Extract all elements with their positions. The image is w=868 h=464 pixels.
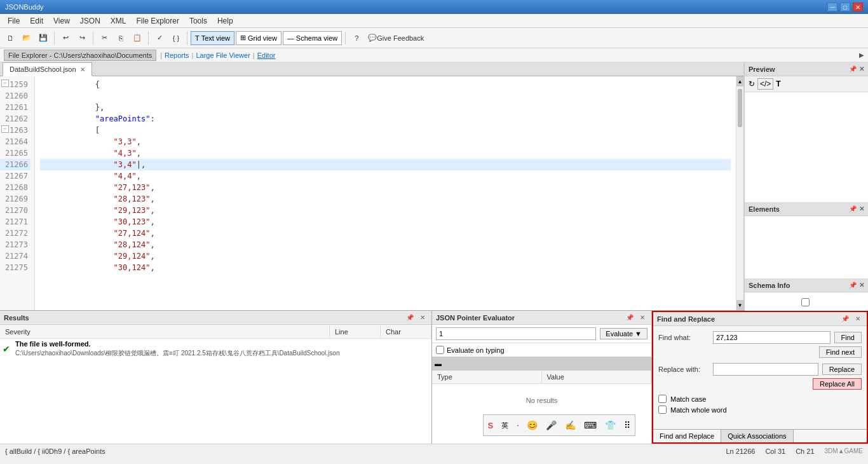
menu-help[interactable]: Help bbox=[212, 15, 238, 27]
fr-find-next-row: Find next bbox=[658, 346, 862, 358]
tb-sep1 bbox=[54, 32, 55, 44]
tb-redo[interactable]: ↪ bbox=[74, 31, 90, 46]
menu-json[interactable]: JSON bbox=[75, 15, 105, 27]
tb-paste[interactable]: 📋 bbox=[130, 31, 145, 46]
elements-close-icon[interactable]: ✕ bbox=[859, 205, 864, 212]
tb-format[interactable]: { } bbox=[168, 31, 184, 46]
tb-open[interactable]: 📂 bbox=[19, 31, 34, 46]
tb-help[interactable]: ? bbox=[349, 31, 364, 46]
fr-replace-input[interactable] bbox=[713, 363, 818, 376]
scroll-thumb[interactable] bbox=[738, 89, 742, 127]
schema-pin-icon[interactable]: 📌 bbox=[849, 282, 857, 289]
jpe-eval-typing-checkbox[interactable] bbox=[436, 346, 444, 354]
fr-match-case-checkbox[interactable] bbox=[658, 395, 667, 403]
menu-tools[interactable]: Tools bbox=[184, 15, 212, 27]
fr-find-input[interactable] bbox=[713, 331, 831, 344]
close-btn[interactable]: ✕ bbox=[853, 3, 863, 11]
menu-file-explorer[interactable]: File Explorer bbox=[132, 15, 184, 27]
ime-shirt-icon[interactable]: 👕 bbox=[605, 420, 616, 430]
editor-scrollbar[interactable]: ▲ ▼ bbox=[736, 76, 743, 310]
results-title-bar: Results 📌 ✕ bbox=[0, 311, 431, 325]
tb-sep5 bbox=[345, 32, 346, 44]
minimize-btn[interactable]: ─ bbox=[827, 3, 837, 11]
preview-refresh-icon[interactable]: ↻ bbox=[749, 79, 755, 88]
results-close-icon[interactable]: ✕ bbox=[417, 313, 428, 323]
fr-pin-icon[interactable]: 📌 bbox=[840, 314, 850, 324]
fr-replace-btn[interactable]: Replace bbox=[822, 364, 862, 375]
schema-close-icon[interactable]: ✕ bbox=[859, 282, 864, 289]
editor-link[interactable]: Editor bbox=[257, 51, 276, 59]
ime-cn-icon[interactable]: 英 bbox=[501, 421, 508, 430]
fr-match-whole-checkbox[interactable] bbox=[658, 406, 667, 414]
tb-validate[interactable]: ✓ bbox=[152, 31, 167, 46]
result-check-icon: ✔ bbox=[3, 344, 15, 354]
ime-mic-icon[interactable]: 🎤 bbox=[546, 420, 557, 430]
results-controls: 📌 ✕ bbox=[405, 313, 428, 323]
preview-panel: Preview 📌 ✕ ↻ </> T bbox=[745, 62, 868, 202]
fr-title: Find and Replace bbox=[657, 315, 715, 323]
jpe-check-row: Evaluate on typing bbox=[436, 346, 648, 354]
preview-close-icon[interactable]: ✕ bbox=[859, 65, 864, 72]
preview-text-icon[interactable]: T bbox=[776, 79, 780, 88]
results-table: Severity Line Char ✔ The file is well-fo… bbox=[0, 325, 431, 444]
fr-match-whole-label: Match whole word bbox=[670, 406, 727, 414]
text-view-btn[interactable]: T Text view bbox=[191, 31, 234, 45]
ime-hand-icon[interactable]: ✍ bbox=[565, 420, 576, 430]
preview-pin-icon[interactable]: 📌 bbox=[849, 65, 857, 72]
line-21265: 21265 bbox=[0, 147, 31, 159]
elements-pin-icon[interactable]: 📌 bbox=[849, 205, 857, 212]
fr-tab-quick-assoc[interactable]: Quick Associations bbox=[721, 430, 793, 442]
editor-content: − 21259 21260 21261 21262 − 21263 21264 … bbox=[0, 76, 743, 310]
nav-right-icon[interactable]: ▶ bbox=[859, 51, 864, 58]
scroll-up[interactable]: ▲ bbox=[736, 76, 743, 86]
ime-dot-icon[interactable]: · bbox=[517, 421, 519, 430]
ime-s-icon[interactable]: S bbox=[487, 421, 493, 430]
schema-checkbox[interactable] bbox=[801, 298, 810, 306]
code-line-21260 bbox=[40, 90, 731, 102]
fr-tab-find-replace[interactable]: Find and Replace bbox=[653, 430, 721, 442]
editor-text[interactable]: { }, "areaPoints": [ "3,3", "4,3", "3,4"… bbox=[35, 76, 736, 310]
ime-emoji-icon[interactable]: 😊 bbox=[527, 420, 538, 430]
collapse-21259[interactable]: − bbox=[1, 79, 9, 87]
reports-link[interactable]: Reports bbox=[165, 51, 189, 59]
maximize-btn[interactable]: □ bbox=[840, 3, 850, 11]
schema-content bbox=[745, 292, 868, 311]
fr-find-next-btn[interactable]: Find next bbox=[819, 346, 862, 358]
menu-edit[interactable]: Edit bbox=[25, 15, 48, 27]
preview-code-icon[interactable]: </> bbox=[757, 78, 773, 90]
jpe-input[interactable] bbox=[436, 327, 596, 340]
schema-header-icons: 📌 ✕ bbox=[849, 282, 864, 289]
menu-file[interactable]: File bbox=[3, 15, 25, 27]
large-file-viewer-link[interactable]: Large File Viewer bbox=[196, 51, 250, 59]
fr-close-icon[interactable]: ✕ bbox=[853, 314, 863, 324]
collapse-21263[interactable]: − bbox=[1, 125, 9, 133]
file-explorer-tab[interactable]: File Explorer - C:\Users\zhaoxihao\Docum… bbox=[4, 50, 156, 61]
status-ln: Ln 21266 bbox=[726, 447, 755, 455]
menu-xml[interactable]: XML bbox=[105, 15, 132, 27]
jpe-pin-icon[interactable]: 📌 bbox=[625, 313, 635, 323]
tb-cut[interactable]: ✂ bbox=[97, 31, 112, 46]
find-replace-panel: Find and Replace 📌 ✕ Find what: Find Fin… bbox=[652, 311, 868, 444]
jpe-close-icon[interactable]: ✕ bbox=[637, 313, 648, 323]
tb-undo[interactable]: ↩ bbox=[58, 31, 73, 46]
fr-replace-all-btn[interactable]: Replace All bbox=[813, 378, 862, 390]
tb-copy[interactable]: ⎘ bbox=[113, 31, 128, 46]
tab-close-btn[interactable]: ✕ bbox=[80, 66, 85, 73]
tb-feedback[interactable]: 💬 Give Feedback bbox=[365, 31, 426, 46]
tb-new[interactable]: 🗋 bbox=[3, 31, 18, 46]
grid-view-btn[interactable]: ⊞ Grid view bbox=[236, 31, 281, 45]
fr-find-btn[interactable]: Find bbox=[834, 332, 862, 343]
editor-tab[interactable]: DataBuildSchool.json ✕ bbox=[3, 62, 92, 76]
jpe-evaluate-btn[interactable]: Evaluate ▼ bbox=[600, 328, 648, 339]
jpe-sep-icon: ▬ bbox=[435, 360, 442, 367]
tb-save[interactable]: 💾 bbox=[36, 31, 51, 46]
line-21275: 21275 bbox=[0, 262, 31, 273]
ime-dot2-icon[interactable]: ⠿ bbox=[624, 420, 630, 430]
results-pin-icon[interactable]: 📌 bbox=[405, 313, 415, 323]
jpe-toolbar: Evaluate ▼ bbox=[432, 325, 651, 343]
ime-kbd-icon[interactable]: ⌨ bbox=[584, 420, 597, 430]
jpe-table-header: Type Value bbox=[432, 371, 651, 384]
scroll-down[interactable]: ▼ bbox=[736, 300, 743, 310]
menu-view[interactable]: View bbox=[48, 15, 75, 27]
schema-view-btn[interactable]: — Schema view bbox=[283, 31, 342, 45]
